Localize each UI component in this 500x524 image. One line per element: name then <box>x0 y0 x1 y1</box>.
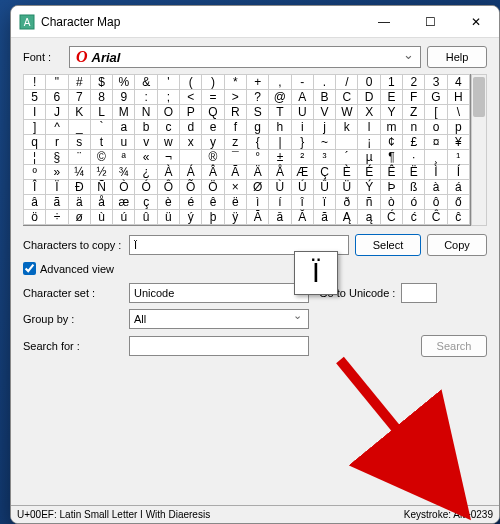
char-cell[interactable]: Ý <box>357 179 380 195</box>
char-cell[interactable]: á <box>447 179 470 195</box>
char-cell[interactable]: a <box>112 119 135 135</box>
char-cell[interactable]: Ü <box>335 179 358 195</box>
char-cell[interactable]: Ą <box>335 209 358 225</box>
char-cell[interactable]: ą <box>357 209 380 225</box>
char-cell[interactable]: T <box>268 104 291 120</box>
char-cell[interactable]: M <box>112 104 135 120</box>
char-cell[interactable]: G <box>424 89 447 105</box>
char-cell[interactable]: ã <box>45 194 68 210</box>
char-cell[interactable]: Í <box>447 164 470 180</box>
char-cell[interactable]: | <box>268 134 291 150</box>
char-cell[interactable]: Þ <box>380 179 403 195</box>
char-cell[interactable]: - <box>291 74 314 90</box>
char-cell[interactable]: + <box>246 74 269 90</box>
char-cell[interactable]: " <box>45 74 68 90</box>
char-cell[interactable]: Â <box>201 164 224 180</box>
char-cell[interactable]: o <box>424 119 447 135</box>
char-cell[interactable]: ¢ <box>380 134 403 150</box>
char-cell[interactable]: v <box>134 134 157 150</box>
char-cell[interactable]: q <box>23 134 46 150</box>
char-cell[interactable]: R <box>224 104 247 120</box>
char-cell[interactable]: / <box>335 74 358 90</box>
char-cell[interactable]: þ <box>201 209 224 225</box>
char-cell[interactable]: Ò <box>112 179 135 195</box>
close-button[interactable]: ✕ <box>453 6 499 38</box>
char-cell[interactable]: H <box>447 89 470 105</box>
char-cell[interactable]: U <box>291 104 314 120</box>
char-cell[interactable]: D <box>357 89 380 105</box>
char-cell[interactable]: ā <box>268 209 291 225</box>
char-cell[interactable]: Q <box>201 104 224 120</box>
char-cell[interactable]: 8 <box>90 89 113 105</box>
char-cell[interactable]: ý <box>179 209 202 225</box>
char-cell[interactable]: Ù <box>268 179 291 195</box>
char-cell[interactable]: Ì <box>424 164 447 180</box>
char-cell[interactable]: 5 <box>23 89 46 105</box>
goto-input[interactable] <box>401 283 437 303</box>
char-cell[interactable]: b <box>134 119 157 135</box>
char-cell[interactable]: Ñ <box>90 179 113 195</box>
char-cell[interactable]: ¨ <box>68 149 91 165</box>
char-cell[interactable]: 0 <box>357 74 380 90</box>
char-cell[interactable]: Ï <box>45 179 68 195</box>
char-cell[interactable]: $ <box>90 74 113 90</box>
char-cell[interactable]: : <box>134 89 157 105</box>
maximize-button[interactable]: ☐ <box>407 6 453 38</box>
char-cell[interactable]: ® <box>201 149 224 165</box>
char-cell[interactable]: O <box>157 104 180 120</box>
char-cell[interactable]: 6 <box>45 89 68 105</box>
char-cell[interactable]: ¼ <box>68 164 91 180</box>
char-cell[interactable]: » <box>45 164 68 180</box>
char-cell[interactable]: 4 <box>447 74 470 90</box>
char-cell[interactable]: ( <box>179 74 202 90</box>
char-cell[interactable]: Û <box>313 179 336 195</box>
char-cell[interactable]: ) <box>201 74 224 90</box>
char-cell[interactable]: > <box>224 89 247 105</box>
char-cell[interactable]: B <box>313 89 336 105</box>
char-cell[interactable]: ä <box>68 194 91 210</box>
char-cell[interactable]: ^ <box>45 119 68 135</box>
char-cell[interactable]: ¤ <box>424 134 447 150</box>
char-cell[interactable]: ­ <box>179 149 202 165</box>
char-cell[interactable]: L <box>90 104 113 120</box>
char-cell[interactable]: ć <box>402 209 425 225</box>
char-cell[interactable]: 3 <box>424 74 447 90</box>
char-cell[interactable]: f <box>224 119 247 135</box>
char-cell[interactable]: n <box>402 119 425 135</box>
char-cell[interactable]: ó <box>402 194 425 210</box>
char-cell[interactable]: ~ <box>313 134 336 150</box>
char-cell[interactable]: c <box>157 119 180 135</box>
char-cell[interactable]: P <box>179 104 202 120</box>
char-cell[interactable]: ¦ <box>23 149 46 165</box>
char-cell[interactable]: Z <box>402 104 425 120</box>
char-cell[interactable]: C <box>335 89 358 105</box>
char-cell[interactable]: ` <box>90 119 113 135</box>
char-cell[interactable]: À <box>157 164 180 180</box>
char-cell[interactable]: j <box>313 119 336 135</box>
char-cell[interactable]: Ø <box>246 179 269 195</box>
char-cell[interactable]: º <box>23 164 46 180</box>
char-cell[interactable]: I <box>23 104 46 120</box>
char-cell[interactable]: ¿ <box>134 164 157 180</box>
char-cell[interactable]: £ <box>402 134 425 150</box>
char-cell[interactable]: ¾ <box>112 164 135 180</box>
char-cell[interactable]: Ã <box>224 164 247 180</box>
char-cell[interactable]: ] <box>23 119 46 135</box>
char-cell[interactable]: e <box>201 119 224 135</box>
char-cell[interactable]: Ö <box>201 179 224 195</box>
char-cell[interactable]: m <box>380 119 403 135</box>
char-cell[interactable]: ' <box>157 74 180 90</box>
char-cell[interactable]: , <box>268 74 291 90</box>
char-cell[interactable]: ò <box>380 194 403 210</box>
char-cell[interactable]: à <box>424 179 447 195</box>
char-cell[interactable]: Y <box>380 104 403 120</box>
char-cell[interactable]: ¹ <box>447 149 470 165</box>
char-cell[interactable]: } <box>291 134 314 150</box>
char-cell[interactable]: Ā <box>246 209 269 225</box>
char-cell[interactable]: ú <box>112 209 135 225</box>
char-cell[interactable]: ÷ <box>45 209 68 225</box>
char-cell[interactable]: ÿ <box>224 209 247 225</box>
char-cell[interactable]: S <box>246 104 269 120</box>
char-cell[interactable]: ô <box>424 194 447 210</box>
char-cell[interactable]: x <box>179 134 202 150</box>
